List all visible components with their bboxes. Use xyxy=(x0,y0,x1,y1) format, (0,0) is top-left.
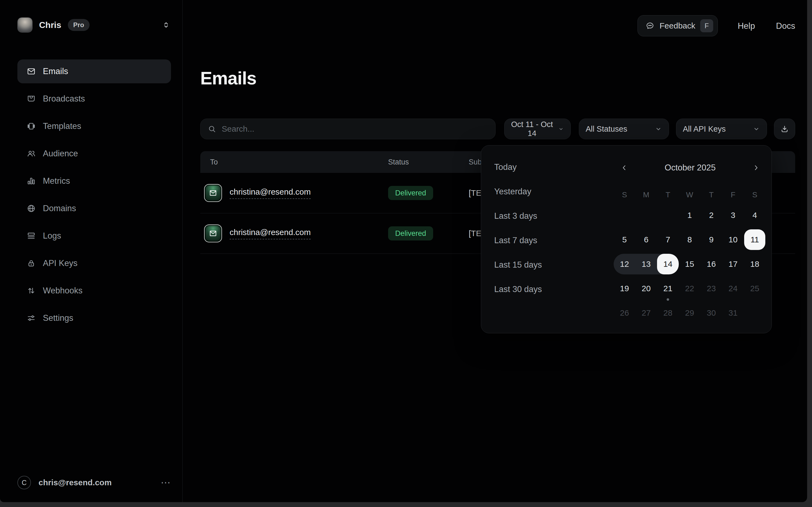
sidebar-item-domains[interactable]: Domains xyxy=(17,196,171,220)
day-cell-17[interactable]: 17 xyxy=(722,252,744,276)
feedback-shortcut-badge: F xyxy=(700,19,713,32)
workspace-switcher[interactable]: Chris Pro xyxy=(17,14,171,36)
chevron-up-down-icon xyxy=(161,20,171,30)
day-cell-29[interactable]: 29 xyxy=(679,301,700,325)
webhooks-icon xyxy=(26,286,36,295)
date-range-filter-button[interactable]: Oct 11 - Oct 14 xyxy=(504,119,571,139)
api-key-filter-button[interactable]: All API Keys xyxy=(676,119,767,139)
search-input[interactable] xyxy=(222,124,488,133)
day-cell-15[interactable]: 15 xyxy=(679,252,700,276)
next-month-button[interactable] xyxy=(750,162,762,174)
export-button[interactable] xyxy=(774,119,795,139)
preset-last-30-days[interactable]: Last 30 days xyxy=(494,277,599,301)
sidebar-item-label: Broadcasts xyxy=(43,94,85,104)
day-cell-11[interactable]: 11 xyxy=(744,227,766,252)
recipient-email-link[interactable]: christina@resend.com xyxy=(230,228,311,239)
day-cell-27[interactable]: 27 xyxy=(635,301,657,325)
day-cell-2[interactable]: 2 xyxy=(700,203,722,227)
sidebar-item-templates[interactable]: Templates xyxy=(17,114,171,138)
empty-day-cell xyxy=(635,203,657,227)
day-cell-3[interactable]: 3 xyxy=(722,203,744,227)
day-number: 13 xyxy=(635,254,657,274)
day-number: 23 xyxy=(700,278,722,299)
sidebar-item-metrics[interactable]: Metrics xyxy=(17,169,171,193)
day-cell-13[interactable]: 13 xyxy=(635,252,657,276)
day-number: 20 xyxy=(635,278,657,299)
sidebar-item-label: Domains xyxy=(43,204,76,213)
day-number: 4 xyxy=(744,205,766,226)
day-cell-16[interactable]: 16 xyxy=(700,252,722,276)
day-cell-26[interactable]: 26 xyxy=(614,301,635,325)
day-cell-12[interactable]: 12 xyxy=(614,252,635,276)
day-cell-5[interactable]: 5 xyxy=(614,227,635,252)
day-number: 12 xyxy=(614,254,635,274)
day-cell-7[interactable]: 7 xyxy=(657,227,679,252)
status-cell: Delivered xyxy=(388,189,469,197)
day-number: 3 xyxy=(722,205,744,226)
calendar-nav: October 2025 xyxy=(618,160,762,176)
sidebar-item-api-keys[interactable]: API Keys xyxy=(17,251,171,275)
sidebar-item-audience[interactable]: Audience xyxy=(17,142,171,166)
api-keys-icon xyxy=(26,259,36,268)
emails-icon xyxy=(26,67,36,76)
day-cell-1[interactable]: 1 xyxy=(679,203,700,227)
empty-day-cell xyxy=(657,203,679,227)
toolbar: Oct 11 - Oct 14 All Statuses All API Key… xyxy=(200,119,795,139)
day-number: 1 xyxy=(679,205,700,226)
previous-month-button[interactable] xyxy=(618,162,630,174)
chevron-down-icon xyxy=(753,125,760,133)
sidebar-item-broadcasts[interactable]: Broadcasts xyxy=(17,87,171,111)
sidebar-item-settings[interactable]: Settings xyxy=(17,306,171,330)
recipient-email-link[interactable]: christina@resend.com xyxy=(230,187,311,199)
sidebar-item-label: Webhooks xyxy=(43,286,82,295)
sidebar-item-webhooks[interactable]: Webhooks xyxy=(17,279,171,303)
metrics-icon xyxy=(26,176,36,186)
status-filter-label: All Statuses xyxy=(586,125,627,133)
domains-icon xyxy=(26,204,36,213)
weekday-label: S xyxy=(614,188,635,202)
preset-today[interactable]: Today xyxy=(494,155,599,179)
day-cell-22[interactable]: 22 xyxy=(679,276,700,301)
calendar-grid: 1234567891011121314151617181920212223242… xyxy=(614,203,766,325)
sidebar-item-emails[interactable]: Emails xyxy=(17,59,171,83)
broadcasts-icon xyxy=(26,94,36,103)
day-cell-24[interactable]: 24 xyxy=(722,276,744,301)
day-number: 10 xyxy=(722,229,744,250)
day-cell-28[interactable]: 28 xyxy=(657,301,679,325)
day-cell-6[interactable]: 6 xyxy=(635,227,657,252)
preset-last-15-days[interactable]: Last 15 days xyxy=(494,253,599,277)
sidebar-item-logs[interactable]: Logs xyxy=(17,224,171,248)
status-badge: Delivered xyxy=(388,186,433,200)
day-cell-10[interactable]: 10 xyxy=(722,227,744,252)
today-indicator-dot xyxy=(667,298,669,301)
day-cell-19[interactable]: 19 xyxy=(614,276,635,301)
day-cell-14[interactable]: 14 xyxy=(657,252,679,276)
search-box xyxy=(200,119,496,139)
email-avatar-icon xyxy=(204,224,222,242)
preset-yesterday[interactable]: Yesterday xyxy=(494,179,599,204)
day-cell-23[interactable]: 23 xyxy=(700,276,722,301)
day-number: 27 xyxy=(635,303,657,323)
day-cell-18[interactable]: 18 xyxy=(744,252,766,276)
page-title: Emails xyxy=(200,68,256,89)
help-link[interactable]: Help xyxy=(738,21,755,31)
status-filter-button[interactable]: All Statuses xyxy=(579,119,669,139)
day-number: 22 xyxy=(679,278,700,299)
day-cell-25[interactable]: 25 xyxy=(744,276,766,301)
calendar-weekday-row: SMTWTFS xyxy=(614,188,766,202)
sidebar-item-label: Audience xyxy=(43,149,78,159)
day-cell-31[interactable]: 31 xyxy=(722,301,744,325)
feedback-button[interactable]: Feedback F xyxy=(637,15,718,36)
chevron-left-icon xyxy=(620,164,628,172)
day-cell-9[interactable]: 9 xyxy=(700,227,722,252)
day-cell-4[interactable]: 4 xyxy=(744,203,766,227)
day-cell-20[interactable]: 20 xyxy=(635,276,657,301)
preset-last-7-days[interactable]: Last 7 days xyxy=(494,228,599,253)
day-cell-30[interactable]: 30 xyxy=(700,301,722,325)
user-menu-button[interactable]: ⋯ xyxy=(161,480,171,485)
preset-last-3-days[interactable]: Last 3 days xyxy=(494,204,599,228)
day-cell-8[interactable]: 8 xyxy=(679,227,700,252)
day-number: 7 xyxy=(657,229,679,250)
day-cell-21[interactable]: 21 xyxy=(657,276,679,301)
docs-link[interactable]: Docs xyxy=(776,21,795,31)
